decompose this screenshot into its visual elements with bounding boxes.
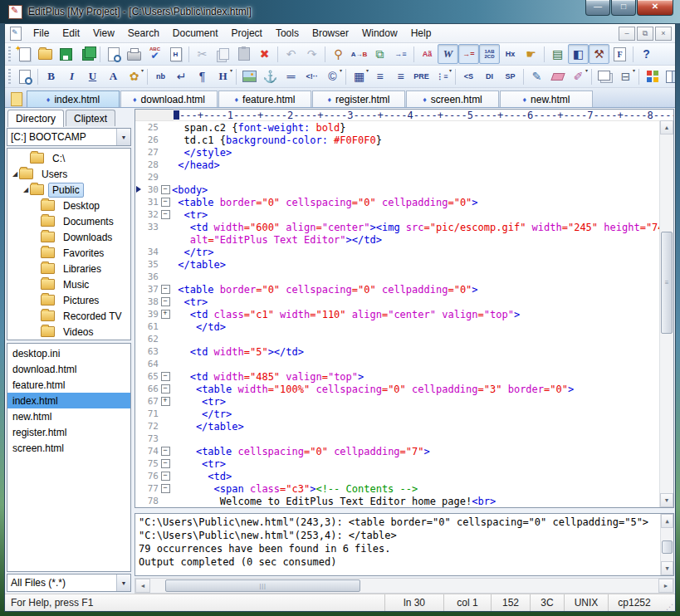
scroll-right-icon[interactable]: ► [658, 579, 673, 593]
fold-column[interactable]: + [159, 310, 172, 319]
goto-line-button[interactable]: →≡ [390, 44, 411, 64]
fold-collapse-icon[interactable]: − [161, 285, 170, 294]
scroll-thumb[interactable] [662, 540, 673, 554]
paragraph-button[interactable]: ¶ [192, 66, 213, 86]
tree-item-users[interactable]: ◢Users [7, 166, 130, 182]
fold-column[interactable]: − [159, 447, 172, 456]
fold-collapse-icon[interactable]: − [161, 484, 170, 493]
fold-expand-icon[interactable]: + [161, 397, 170, 406]
fold-column[interactable]: − [159, 484, 172, 493]
save-all-button[interactable] [76, 44, 97, 64]
output-panel[interactable]: ▲ ▼ "C:\Users\Public\new.html"(243,3): <… [135, 513, 674, 576]
code-line-62[interactable]: 62 [135, 333, 659, 345]
menu-view[interactable]: View [86, 26, 121, 41]
windows-colors-button[interactable] [642, 66, 663, 86]
code-line-75[interactable]: 75− <tr> [135, 457, 659, 470]
tree-item-recordedtv[interactable]: Recorded TV [7, 308, 130, 324]
code-line-63[interactable]: 63 <td width="5"></td> [135, 345, 659, 358]
nbsp-button[interactable]: nb [150, 66, 171, 86]
code-line-67[interactable]: 67+ <tr> [135, 395, 659, 408]
file-item-index.html[interactable]: index.html [7, 393, 130, 408]
split-window-button[interactable] [663, 66, 675, 86]
file-item-feature.html[interactable]: feature.html [7, 377, 130, 393]
find-in-files-button[interactable]: ⧉ [369, 44, 390, 64]
replace-button[interactable]: A→B [349, 44, 369, 64]
chevron-down-icon[interactable]: ▼ [116, 574, 130, 591]
div-button[interactable]: DI [479, 66, 500, 86]
editor[interactable]: ---+----1----+----2----+----3----+----4-… [135, 109, 674, 508]
directory-window-button[interactable]: ◧ [568, 44, 589, 64]
tree-item-documents[interactable]: Documents [7, 213, 130, 229]
code-line-61[interactable]: 61 </td> [135, 320, 659, 333]
cut-button[interactable]: ✂ [192, 44, 213, 64]
menu-search[interactable]: Search [121, 26, 166, 41]
file-item-register.html[interactable]: register.html [7, 424, 130, 440]
print-preview-button[interactable] [103, 44, 124, 64]
code-line-27[interactable]: 27 </style> [135, 146, 659, 159]
new-file-button[interactable] [14, 44, 35, 64]
arrange-windows-button[interactable]: ⊟ [615, 66, 636, 86]
tree-item-libraries[interactable]: Libraries [7, 261, 130, 276]
file-item-new.html[interactable]: new.html [7, 408, 130, 424]
chevron-down-icon[interactable]: ▼ [116, 129, 130, 145]
code-line-78[interactable]: 78 Welcome to EditPlus Text Editor home … [135, 495, 659, 507]
close-button[interactable]: ✕ [637, 0, 673, 16]
comment-button[interactable]: <!·· [301, 66, 322, 86]
resize-grip[interactable]: ⋰ [660, 594, 675, 612]
text-case-button[interactable]: Aã [417, 44, 438, 64]
minimize-button[interactable]: — [585, 0, 610, 16]
drive-selector[interactable]: [C:] BOOTCAMP ▼ [7, 128, 131, 146]
code-line-36[interactable]: 36 [135, 271, 659, 283]
scroll-down-icon[interactable]: ▼ [660, 493, 673, 507]
sidebar-tab-directory[interactable]: Directory [7, 110, 64, 127]
find-button[interactable]: ⚲ [328, 44, 349, 64]
fold-collapse-icon[interactable]: − [161, 447, 170, 456]
code-line-25[interactable]: 25 span.c2 {font-weight: bold} [135, 121, 659, 134]
fold-column[interactable]: − [159, 384, 172, 394]
tree-item-desktop[interactable]: Desktop [7, 198, 130, 213]
strikeout-button[interactable]: <S [458, 66, 479, 86]
browser-preview-button[interactable] [14, 66, 35, 86]
scroll-down-icon[interactable]: ▼ [661, 561, 673, 575]
sidebar-tab-cliptext[interactable]: Cliptext [66, 110, 115, 126]
edit-source-button[interactable]: ✎ [526, 66, 547, 86]
tree-item-videos[interactable]: Videos [7, 324, 130, 340]
table-button[interactable]: ▦ [349, 66, 369, 86]
scroll-track[interactable]: ||| [150, 579, 658, 593]
align-justify-button[interactable]: ≡ [369, 66, 390, 86]
eraser-button[interactable] [547, 66, 568, 86]
fold-collapse-icon[interactable]: − [161, 185, 170, 194]
anchor-button[interactable]: ⚓ [260, 66, 281, 86]
tab-register.html[interactable]: ♦register.html [312, 90, 405, 107]
tab-screen.html[interactable]: ♦screen.html [406, 90, 499, 107]
code-line-31[interactable]: 31− <table border="0" cellspacing="0" ce… [135, 196, 659, 208]
tools-window-button[interactable]: ⚒ [589, 44, 609, 64]
code-line-28[interactable]: 28 </head> [135, 159, 659, 171]
code-line-29[interactable]: 29 [135, 171, 659, 183]
font-button[interactable]: A [103, 66, 124, 86]
tree-item-public[interactable]: ◢Public [7, 182, 130, 198]
code-line-wrap[interactable]: alt="EditPlus Text Editor"></td> [135, 233, 659, 246]
scroll-up-icon[interactable]: ▲ [661, 514, 673, 528]
print-button[interactable] [124, 44, 144, 64]
fold-collapse-icon[interactable]: − [161, 198, 170, 207]
tab-new.html[interactable]: ♦new.html [500, 90, 593, 107]
code-line-74[interactable]: 74− <table cellspacing="0" cellpadding="… [135, 445, 659, 457]
toolbar-grip[interactable] [8, 46, 11, 61]
fold-column[interactable]: − [159, 297, 172, 306]
menu-tools[interactable]: Tools [269, 26, 306, 41]
fold-collapse-icon[interactable]: − [161, 459, 170, 468]
special-char-button[interactable]: © [322, 66, 343, 86]
fold-expand-icon[interactable]: + [161, 310, 170, 319]
code-line-38[interactable]: 38− <tr> [135, 296, 659, 308]
hex-viewer-button[interactable]: Hx [500, 44, 521, 64]
code-line-76[interactable]: 76− <td> [135, 470, 659, 482]
bold-button[interactable]: B [41, 66, 61, 86]
code-line-34[interactable]: 34 </tr> [135, 246, 659, 258]
scroll-left-icon[interactable]: ◄ [135, 579, 150, 593]
file-item-screen.html[interactable]: screen.html [7, 440, 130, 456]
file-filter-selector[interactable]: All Files (*.*) ▼ [7, 574, 131, 592]
span-button[interactable]: SP [500, 66, 521, 86]
menu-document[interactable]: Document [166, 26, 225, 41]
editor-vertical-scrollbar[interactable]: ▲ ≡ ▼ [659, 120, 673, 507]
